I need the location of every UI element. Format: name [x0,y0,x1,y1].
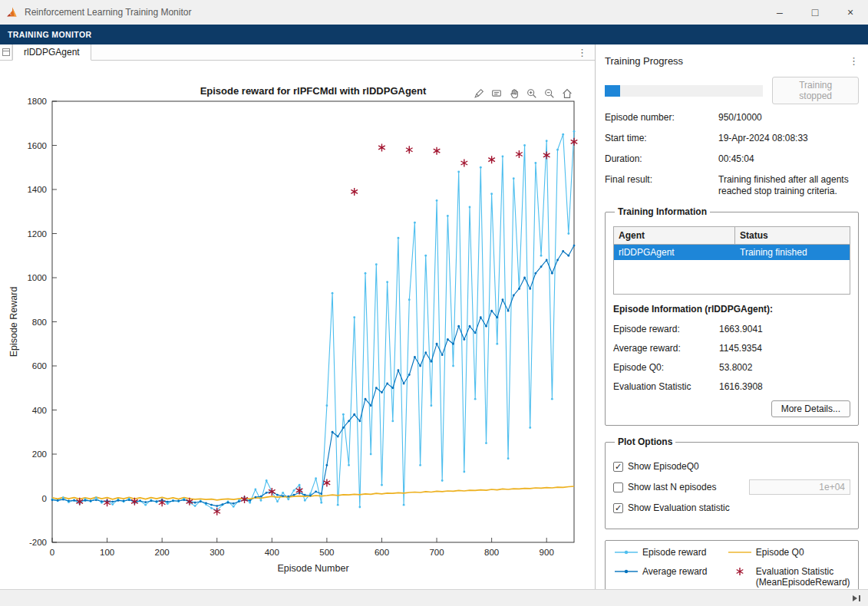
expand-statusbar-icon[interactable] [852,594,862,602]
episode-number-label: Episode number: [605,112,718,124]
svg-text:400: 400 [32,406,47,415]
window-title: Reinforcement Learning Training Monitor [25,7,191,18]
tabstrip: rlDDPGAgent ⋮ [0,44,595,61]
tab-rlddpgagent[interactable]: rlDDPGAgent [12,44,91,61]
svg-text:1400: 1400 [27,185,47,194]
training-information-group: Training Information Agent Status rlDDPG… [605,206,859,426]
average-reward-value: 1145.9354 [719,343,762,354]
close-button[interactable]: × [833,0,868,25]
statusbar [0,589,868,606]
agents-table: Agent Status rlDDPGAgent Training finish… [613,226,850,295]
duration-label: Duration: [605,153,718,165]
show-episodeq0-label: Show EpisodeQ0 [628,461,699,472]
svg-text:1600: 1600 [27,141,47,150]
evaluation-statistic-marker-icon [727,566,753,579]
final-result-label: Final result: [605,174,718,197]
svg-text:200: 200 [155,548,170,557]
show-evaluation-statistic-label: Show Evaluation statistic [628,502,730,513]
svg-text:900: 900 [540,548,554,557]
matlab-logo-icon [6,6,18,18]
evaluation-statistic-label: Evaluation Statistic [613,381,719,392]
legend-episode-reward: Episode reward [613,547,724,560]
show-last-n-episodes-checkbox[interactable] [613,482,623,492]
panel-menu-icon[interactable]: ⋮ [841,55,859,67]
svg-text:600: 600 [375,548,389,557]
plot-options-group: Plot Options ✓ Show EpisodeQ0 Show last … [605,436,859,529]
training-stopped-button[interactable]: Training stopped [772,77,859,104]
titlebar: Reinforcement Learning Training Monitor … [0,0,868,25]
svg-text:300: 300 [210,548,224,557]
evaluation-statistic-value: 1616.3908 [719,381,763,392]
ribbon: TRAINING MONITOR [0,25,868,44]
episode-q0-marker-icon [727,547,753,560]
start-time-value: 19-Apr-2024 08:08:33 [718,133,859,144]
zoom-in-icon[interactable] [524,86,540,101]
tabstrip-menu-icon[interactable]: ⋮ [569,44,595,60]
datatips-icon[interactable] [489,86,504,101]
app-window: Reinforcement Learning Training Monitor … [0,0,868,606]
svg-text:500: 500 [319,548,334,557]
episode-reward-marker-icon [613,547,639,560]
episode-reward-label: Episode reward: [613,324,719,334]
svg-text:Episode Number: Episode Number [277,563,348,574]
svg-text:Episode reward for rlPFCMdl wi: Episode reward for rlPFCMdl with rlDDPGA… [200,85,427,97]
start-time-label: Start time: [605,133,718,144]
episode-information-title: Episode Information (rlDDPGAgent): [613,304,850,315]
last-n-episodes-input[interactable] [749,479,850,495]
agents-table-header: Agent Status [614,227,850,245]
show-evaluation-statistic-checkbox[interactable]: ✓ [613,503,623,513]
zoom-out-icon[interactable] [542,86,557,101]
svg-text:-200: -200 [29,538,47,547]
svg-text:Episode Reward: Episode Reward [8,287,19,357]
legend-episode-q0: Episode Q0 [727,547,850,560]
pan-icon[interactable] [507,86,522,101]
episode-number-value: 950/10000 [718,112,859,124]
training-information-title: Training Information [615,206,710,217]
maximize-button[interactable]: □ [797,0,833,25]
training-progress-panel: Training Progress ⋮ Training stopped Epi… [596,44,868,589]
home-icon[interactable] [559,86,575,101]
more-details-button[interactable]: More Details... [771,400,850,417]
average-reward-marker-icon [613,566,639,579]
panel-title: Training Progress [605,55,683,67]
chart-region: 0100200300400500600700800900-20002004006… [0,61,595,589]
final-result-value: Training finished after all agents reach… [718,174,859,197]
legend-evaluation-statistic: Evaluation Statistic (MeanEpisodeReward) [727,566,850,588]
brush-icon[interactable] [471,86,487,101]
training-progress-bar [605,85,763,97]
ribbon-tab-training-monitor[interactable]: TRAINING MONITOR [8,30,91,39]
svg-text:600: 600 [32,361,47,371]
svg-text:800: 800 [484,548,499,557]
svg-text:1800: 1800 [27,97,47,106]
svg-text:100: 100 [100,548,114,557]
average-reward-label: Average reward: [613,343,719,354]
svg-text:0: 0 [50,548,54,557]
agents-table-empty-area [614,260,850,294]
agent-table-row[interactable]: rlDDPGAgent Training finished [614,245,850,260]
svg-text:200: 200 [32,450,47,459]
svg-text:700: 700 [429,548,444,557]
chart-legend: Episode reward Episode Q0 Average reward… [605,540,859,589]
legend-average-reward: Average reward [613,566,724,588]
plot-options-title: Plot Options [615,436,675,447]
svg-text:1000: 1000 [27,273,47,282]
panel-grip-icon[interactable] [0,44,12,60]
show-last-n-episodes-label: Show last N episodes [628,482,716,492]
figure-area: rlDDPGAgent ⋮ [0,44,596,589]
episode-q0-value: 53.8002 [719,362,752,373]
minimize-button[interactable]: – [762,0,797,25]
svg-text:1200: 1200 [27,229,47,239]
show-episodeq0-checkbox[interactable]: ✓ [613,462,623,472]
duration-value: 00:45:04 [718,153,859,165]
svg-text:400: 400 [265,548,279,557]
chart-toolbar [471,86,575,101]
episode-q0-label: Episode Q0: [613,362,719,373]
svg-text:0: 0 [42,494,47,503]
svg-text:800: 800 [32,318,47,327]
progress-fill [605,85,620,97]
reward-chart[interactable]: 0100200300400500600700800900-20002004006… [0,61,596,587]
episode-reward-value: 1663.9041 [719,324,763,334]
